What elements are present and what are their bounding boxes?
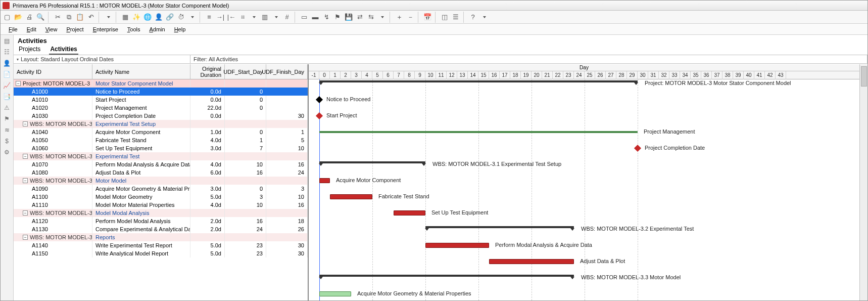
task-bar[interactable] bbox=[319, 291, 351, 296]
toolbar-claim-button[interactable]: ⚑ bbox=[332, 12, 343, 23]
rail-admin-icon[interactable]: ⚙ bbox=[3, 148, 11, 156]
menu-view[interactable]: View bbox=[41, 25, 62, 33]
toolbar-dropdown[interactable] bbox=[186, 12, 198, 23]
collapse-icon[interactable]: − bbox=[23, 121, 28, 126]
vertical-scrollbar[interactable] bbox=[859, 64, 867, 300]
activity-row[interactable]: A1110Model Motor Material Properties4.0d… bbox=[14, 201, 308, 209]
gantt-row[interactable]: Acquire Motor Geometry & Material Proper… bbox=[309, 290, 859, 298]
gantt-row[interactable]: Notice to Proceed bbox=[309, 96, 859, 104]
activity-row[interactable]: A1070Perform Modal Analysis & Acquire Da… bbox=[14, 160, 308, 168]
gantt-row[interactable]: Perform Modal Analysis & Acquire Data bbox=[309, 241, 859, 249]
rail-activities-icon[interactable]: ▤ bbox=[3, 37, 11, 45]
toolbar-timescale-button[interactable]: 📅 bbox=[422, 12, 433, 23]
rail-tracking-icon[interactable]: 📈 bbox=[3, 81, 11, 90]
rail-docs-icon[interactable]: 📑 bbox=[3, 93, 11, 101]
toolbar-print-button[interactable]: 🖨 bbox=[24, 12, 35, 23]
wbs-row[interactable]: −WBS: MOTOR MODEL-3.3Motor Model bbox=[14, 177, 308, 185]
toolbar-layout2-button[interactable]: ☰ bbox=[450, 12, 461, 23]
gantt-body[interactable]: Project: MOTOR MODEL-3 Motor Stator Comp… bbox=[309, 79, 859, 300]
col-udf-start-day[interactable]: UDF_Start_Day bbox=[225, 64, 266, 79]
gantt-row[interactable]: WBS: MOTOR MODEL-3.3 Motor Model bbox=[309, 274, 859, 282]
task-bar[interactable] bbox=[330, 194, 372, 199]
summary-bar[interactable] bbox=[425, 226, 574, 228]
activity-row[interactable]: A1020Project Management22.0d0 bbox=[14, 104, 308, 112]
milestone-icon[interactable] bbox=[316, 112, 323, 119]
wbs-row[interactable]: −WBS: MOTOR MODEL-3.1Experimental Test S… bbox=[14, 120, 308, 128]
activity-row[interactable]: A1100Model Motor Geometry5.0d310 bbox=[14, 193, 308, 201]
activity-row[interactable]: A1000Notice to Proceed0.0d0 bbox=[14, 88, 308, 96]
toolbar-wizard-button[interactable]: ✨ bbox=[131, 12, 142, 23]
activity-row[interactable]: A1060Set Up Test Equipment3.0d710 bbox=[14, 144, 308, 152]
gantt-row[interactable]: WBS: MOTOR MODEL-3.2 Experimental Test bbox=[309, 225, 859, 233]
toolbar-link-button[interactable]: 🔗 bbox=[164, 12, 175, 23]
toolbar-undo-button[interactable]: ↶ bbox=[85, 12, 97, 23]
toolbar-store-button[interactable]: 💾 bbox=[343, 12, 354, 23]
gantt-row[interactable]: Acquire Motor Component bbox=[309, 177, 859, 185]
rail-thresholds-icon[interactable]: ≋ bbox=[3, 126, 11, 134]
activity-row[interactable]: A1130Compare Experimental & Analytical D… bbox=[14, 225, 308, 233]
toolbar-dropdown[interactable] bbox=[103, 12, 114, 23]
toolbar-print-preview-button[interactable]: 🔍 bbox=[35, 12, 46, 23]
filter-cell[interactable]: Filter: All Activities bbox=[190, 55, 867, 63]
collapse-icon[interactable]: − bbox=[23, 235, 28, 240]
toolbar-layout1-button[interactable]: ◫ bbox=[439, 12, 450, 23]
toolbar-relation-button[interactable]: ⇄ bbox=[354, 12, 365, 23]
titlebar[interactable]: Primavera P6 Professional R15.1 : MOTOR … bbox=[1, 1, 867, 11]
collapse-icon[interactable]: − bbox=[23, 210, 28, 216]
scrollbar-thumb[interactable] bbox=[861, 66, 867, 87]
toolbar-dropdown[interactable] bbox=[478, 12, 490, 23]
collapse-icon[interactable]: − bbox=[16, 81, 21, 86]
wbs-row[interactable]: −WBS: MOTOR MODEL-3.2Experimental Test bbox=[14, 152, 308, 160]
task-bar[interactable] bbox=[489, 259, 574, 264]
collapse-icon[interactable]: − bbox=[23, 178, 28, 183]
toolbar-sched-button[interactable]: ⏱ bbox=[175, 12, 186, 23]
toolbar-cut-button[interactable]: ✂ bbox=[52, 12, 63, 23]
task-bar[interactable] bbox=[425, 243, 489, 248]
toolbar-cols-button[interactable]: ▥ bbox=[259, 12, 270, 23]
tab-projects[interactable]: Projects bbox=[18, 45, 41, 54]
gantt-chart[interactable]: Day -10123456789101112131415161718192021… bbox=[309, 64, 859, 300]
rail-expenses-icon[interactable]: $ bbox=[3, 137, 11, 145]
rail-wbs-icon[interactable]: ☷ bbox=[3, 48, 11, 56]
task-bar[interactable] bbox=[394, 210, 425, 216]
gantt-row[interactable]: Project Completion Date bbox=[309, 144, 859, 152]
tab-activities[interactable]: Activities bbox=[49, 45, 78, 55]
activity-row[interactable]: A1140Write Experimental Test Report5.0d2… bbox=[14, 241, 308, 249]
activity-row[interactable]: A1090Acquire Motor Geometry & Material P… bbox=[14, 185, 308, 193]
level-of-effort-bar[interactable] bbox=[319, 131, 638, 133]
grid-body[interactable]: −Project: MOTOR MODEL-3Motor Stator Comp… bbox=[14, 79, 308, 300]
gantt-row[interactable]: WBS: MOTOR MODEL-3.1 Experimental Test S… bbox=[309, 160, 859, 168]
rail-resources-icon[interactable]: 👤 bbox=[3, 59, 11, 67]
milestone-icon[interactable] bbox=[634, 145, 641, 152]
toolbar-spreadsheet-button[interactable]: ▦ bbox=[120, 12, 131, 23]
gantt-row[interactable]: Adjust Data & Plot bbox=[309, 257, 859, 266]
toolbar-dropdown[interactable] bbox=[248, 12, 259, 23]
toolbar-outdent-button[interactable]: |← bbox=[226, 12, 237, 23]
toolbar-dropdown[interactable] bbox=[270, 12, 281, 23]
toolbar-assign-button[interactable]: 👤 bbox=[153, 12, 164, 23]
wbs-row[interactable]: −WBS: MOTOR MODEL-3.5Reports bbox=[14, 233, 308, 241]
rail-issues-icon[interactable]: ⚠ bbox=[3, 104, 11, 112]
toolbar-dropdown[interactable] bbox=[376, 12, 388, 23]
rail-risks-icon[interactable]: ⚑ bbox=[3, 115, 11, 123]
milestone-icon[interactable] bbox=[316, 96, 323, 103]
rail-reports-icon[interactable]: 📄 bbox=[3, 70, 11, 78]
toolbar-indent-button[interactable]: →| bbox=[215, 12, 226, 23]
toolbar-zoom-out-button[interactable]: － bbox=[405, 12, 416, 23]
toolbar-global-button[interactable]: 🌐 bbox=[142, 12, 153, 23]
activity-row[interactable]: A1150Write Analytical Model Report5.0d23… bbox=[14, 249, 308, 257]
collapse-icon[interactable]: − bbox=[23, 154, 28, 159]
task-bar[interactable] bbox=[319, 178, 330, 183]
summary-bar[interactable] bbox=[319, 161, 425, 163]
col-activity-id[interactable]: Activity ID bbox=[14, 64, 92, 79]
gantt-row[interactable]: Project: MOTOR MODEL-3 Motor Stator Comp… bbox=[309, 79, 859, 88]
menu-help[interactable]: Help bbox=[170, 25, 190, 33]
activity-row[interactable]: A1040Acquire Motor Component1.0d01 bbox=[14, 128, 308, 136]
col-activity-name[interactable]: Activity Name bbox=[92, 64, 190, 79]
activity-row[interactable]: A1080Adjust Data & Plot6.0d1624 bbox=[14, 168, 308, 177]
toolbar-open-button[interactable]: 📂 bbox=[13, 12, 24, 23]
layout-cell[interactable]: ▾ Layout: Stadard Layout Ordinal Dates bbox=[14, 55, 190, 63]
activity-row[interactable]: A1030Project Completion Date0.0d30 bbox=[14, 112, 308, 120]
menu-project[interactable]: Project bbox=[62, 25, 87, 33]
toolbar-num-button[interactable]: # bbox=[281, 12, 293, 23]
